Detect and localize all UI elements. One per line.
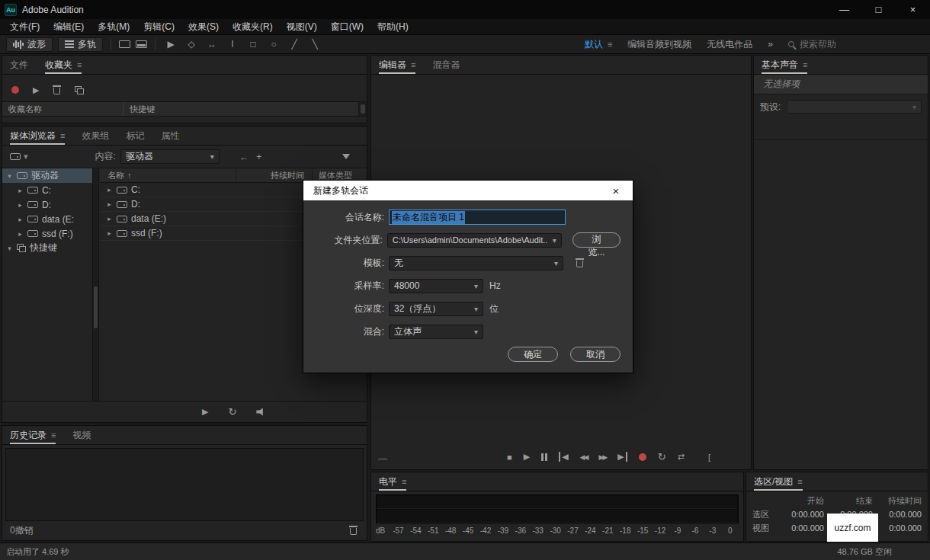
add-icon[interactable]: + [252, 152, 267, 162]
chevron-right-icon[interactable]: ▸ [17, 216, 24, 223]
pause-button[interactable] [541, 453, 547, 461]
bit-depth-select[interactable]: 32（浮点） ▾ [389, 302, 483, 316]
slip-tool-icon[interactable]: ↔ [204, 39, 220, 50]
spectral-display-icon[interactable] [136, 40, 147, 48]
dialog-title-bar[interactable]: 新建多轨会话 × [303, 181, 633, 200]
tree-item-drive-e[interactable]: ▸ data (E: [2, 212, 92, 226]
back-arrow-icon[interactable]: ← [236, 152, 252, 162]
cancel-button[interactable]: 取消 [570, 347, 621, 362]
waveform-display-icon[interactable] [119, 40, 130, 48]
chevron-right-icon[interactable]: ▸ [106, 200, 113, 208]
punch-in-icon[interactable]: [ [708, 453, 710, 462]
menu-edit[interactable]: 编辑(E) [46, 21, 91, 34]
name-column-header[interactable]: 名称 ↑ [100, 170, 236, 181]
menu-multitrack[interactable]: 多轨(M) [91, 21, 136, 34]
duration-column-header[interactable]: 持续时间 [236, 168, 312, 182]
chevron-down-icon[interactable]: ▾ [6, 172, 13, 180]
tab-mixer[interactable]: 混音器 [432, 56, 460, 74]
tree-item-drive-c[interactable]: ▸ C: [2, 183, 92, 197]
chevron-down-icon[interactable]: ▾ [24, 152, 28, 162]
dialog-close-icon[interactable]: × [599, 181, 633, 200]
chevron-right-icon[interactable]: ▸ [17, 230, 24, 238]
zoom-out-icon[interactable]: — [378, 453, 387, 464]
tab-editor[interactable]: 编辑器 ≡ [379, 56, 415, 74]
paintbrush-tool-icon[interactable]: ╲ [307, 39, 322, 50]
menu-effects[interactable]: 效果(S) [181, 21, 226, 34]
tab-files[interactable]: 文件 [10, 56, 28, 74]
delete-template-icon[interactable] [576, 258, 584, 267]
chevron-right-icon[interactable]: ▸ [106, 215, 113, 222]
menu-help[interactable]: 帮助(H) [370, 21, 415, 34]
chevron-right-icon[interactable]: ▸ [17, 187, 24, 194]
chevron-right-icon[interactable]: ▸ [106, 186, 113, 194]
menu-file[interactable]: 文件(F) [3, 21, 46, 34]
tab-video[interactable]: 视频 [72, 426, 91, 444]
tab-levels[interactable]: 电平 ≡ [379, 472, 406, 491]
tree-item-drives[interactable]: ▾ 驱动器 [2, 168, 92, 183]
move-tool-icon[interactable]: ▶ [163, 39, 178, 50]
workspace-overflow-chevron[interactable]: » [768, 39, 773, 50]
favorites-name-column[interactable]: 收藏名称 [2, 104, 123, 115]
help-search[interactable]: 搜索帮助 [788, 38, 924, 51]
tab-essential-sound[interactable]: 基本声音 ≡ [762, 56, 807, 74]
tab-history[interactable]: 历史记录 ≡ [10, 426, 56, 444]
loop-playback-button[interactable]: ↻ [658, 451, 666, 462]
scrollbar[interactable] [358, 102, 367, 116]
multitrack-view-button[interactable]: 多轨 [58, 37, 103, 52]
play-favorite-icon[interactable]: ▶ [33, 85, 39, 95]
chevron-down-icon[interactable]: ▾ [6, 245, 13, 252]
edit-favorite-icon[interactable] [75, 86, 84, 94]
panel-menu-icon[interactable]: ≡ [77, 60, 82, 69]
folder-location-select[interactable]: C:\Users\admin\Documents\Adobe\Audit... … [387, 233, 562, 248]
preset-select[interactable]: ▾ [787, 100, 922, 114]
mix-select[interactable]: 立体声 ▾ [389, 325, 483, 339]
panel-menu-icon[interactable]: ≡ [51, 430, 56, 440]
ok-button[interactable]: 确定 [508, 347, 558, 362]
stop-button[interactable]: ■ [507, 453, 512, 462]
skip-to-end-button[interactable]: ▶ [617, 452, 627, 462]
menu-window[interactable]: 窗口(W) [324, 21, 370, 34]
maximize-button[interactable]: □ [861, 0, 896, 19]
fast-forward-button[interactable]: ▶▶ [598, 453, 606, 461]
workspace-edit-audio-to-video[interactable]: 编辑音频到视频 [627, 38, 691, 51]
scrollbar[interactable] [92, 168, 99, 401]
panel-menu-icon[interactable]: ≡ [60, 131, 65, 140]
content-select[interactable]: 驱动器 ▾ [120, 149, 220, 164]
tree-item-shortcuts[interactable]: ▾ 快捷键 [2, 241, 92, 255]
record-favorite-icon[interactable] [11, 86, 19, 94]
time-selection-tool-icon[interactable]: I [225, 39, 240, 50]
auto-play-speaker-icon[interactable] [256, 408, 265, 416]
play-button[interactable]: ▶ [524, 452, 530, 462]
panel-menu-icon[interactable]: ≡ [402, 477, 406, 486]
panel-menu-icon[interactable]: ≡ [411, 60, 415, 69]
close-button[interactable]: × [896, 0, 930, 19]
preview-play-icon[interactable]: ▶ [202, 407, 208, 417]
workspace-menu-icon[interactable]: ≡ [608, 40, 612, 49]
menu-view[interactable]: 视图(V) [280, 21, 324, 34]
chevron-right-icon[interactable]: ▸ [17, 201, 24, 209]
loop-playback-icon[interactable]: ↻ [228, 406, 236, 418]
skip-to-start-button[interactable]: ◀ [559, 452, 568, 462]
view-duration-value[interactable]: 0:00.000 [873, 523, 922, 533]
template-select[interactable]: 无 ▾ [389, 256, 563, 270]
skip-selection-button[interactable]: ⇄ [678, 452, 685, 462]
view-start-value[interactable]: 0:00.000 [775, 523, 824, 533]
menu-clip[interactable]: 剪辑(C) [136, 21, 181, 34]
sample-rate-select[interactable]: 48000 ▾ [389, 279, 483, 293]
panel-menu-icon[interactable]: ≡ [803, 60, 807, 69]
filter-icon[interactable] [342, 154, 350, 159]
rewind-button[interactable]: ◀◀ [580, 453, 588, 461]
lasso-selection-tool-icon[interactable]: ○ [266, 39, 281, 50]
clear-history-icon[interactable] [349, 526, 358, 535]
session-name-input[interactable]: 未命名混音项目 1 [389, 210, 566, 225]
tab-media-browser[interactable]: 媒体浏览器 ≡ [10, 126, 65, 145]
record-button[interactable] [639, 453, 646, 461]
selection-start-value[interactable]: 0:00.000 [775, 510, 824, 519]
tab-markers[interactable]: 标记 [126, 126, 144, 145]
tab-effects-rack[interactable]: 效果组 [82, 126, 109, 145]
selection-duration-value[interactable]: 0:00.000 [873, 510, 922, 519]
marquee-selection-tool-icon[interactable]: □ [245, 39, 261, 50]
chevron-right-icon[interactable]: ▸ [106, 229, 113, 237]
tab-favorites[interactable]: 收藏夹 ≡ [45, 56, 82, 74]
minimize-button[interactable]: — [827, 0, 861, 19]
